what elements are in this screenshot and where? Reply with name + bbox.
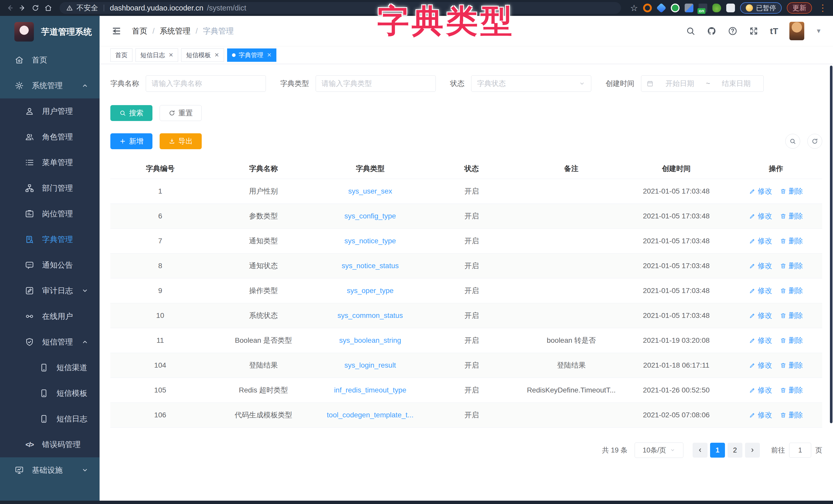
browser-reload-button[interactable] [30, 3, 41, 13]
browser-extension-icon[interactable] [671, 4, 680, 12]
sidebar-item-sms-log[interactable]: 短信日志 [0, 406, 100, 432]
browser-update-button[interactable]: 更新 [787, 2, 812, 14]
table-search-toggle-button[interactable] [785, 134, 800, 149]
sidebar-item-sms[interactable]: 短信管理 [0, 329, 100, 355]
browser-extension-icon[interactable] [712, 4, 721, 12]
delete-link[interactable]: 删除 [780, 236, 803, 246]
edit-link[interactable]: 修改 [749, 360, 772, 370]
reset-button[interactable]: 重置 [160, 105, 202, 121]
dict-type-link[interactable]: sys_login_result [344, 361, 396, 369]
sidebar-item-notice[interactable]: 通知公告 [0, 252, 100, 278]
delete-link[interactable]: 删除 [780, 385, 803, 395]
delete-link[interactable]: 删除 [780, 335, 803, 345]
profile-paused-chip[interactable]: 已暂停 [740, 2, 782, 14]
search-button[interactable]: 搜索 [110, 105, 152, 121]
browser-back-button[interactable] [5, 3, 15, 13]
sidebar-item-error-code[interactable]: </>错误码管理 [0, 432, 100, 457]
add-button[interactable]: 新增 [110, 133, 152, 149]
delete-link[interactable]: 删除 [780, 360, 803, 370]
delete-link[interactable]: 删除 [780, 211, 803, 221]
menu-fold-icon[interactable] [111, 25, 122, 37]
page-number-1[interactable]: 1 [710, 443, 725, 458]
browser-forward-button[interactable] [18, 3, 28, 13]
status-select[interactable]: 字典状态 [471, 75, 591, 92]
sidebar-item-sms-template[interactable]: 短信模板 [0, 380, 100, 406]
page-suffix-label: 页 [815, 446, 822, 455]
edit-link[interactable]: 修改 [749, 410, 772, 420]
delete-link[interactable]: 删除 [780, 186, 803, 196]
breadcrumb-system[interactable]: 系统管理 [160, 26, 190, 36]
sidebar-item-menus[interactable]: 菜单管理 [0, 150, 100, 175]
fullscreen-icon[interactable] [749, 26, 759, 36]
sidebar-item-label: 短信管理 [42, 337, 73, 347]
page-scrollbar[interactable] [830, 66, 832, 423]
extensions-puzzle-icon[interactable] [726, 4, 735, 12]
export-button[interactable]: 导出 [160, 133, 202, 149]
dict-type-link[interactable]: tool_codegen_template_t... [327, 411, 414, 419]
tab-短信模板[interactable]: 短信模板✕ [181, 48, 224, 62]
dict-type-link[interactable]: sys_common_status [337, 311, 403, 320]
chevron-down-icon[interactable]: ▼ [815, 27, 822, 34]
browser-menu-icon[interactable]: ⋮ [817, 3, 828, 12]
sidebar-item-system[interactable]: 系统管理 [0, 73, 100, 98]
edit-link[interactable]: 修改 [749, 286, 772, 296]
sidebar-item-depts[interactable]: 部门管理 [0, 175, 100, 201]
breadcrumb-home[interactable]: 首页 [132, 26, 147, 36]
sidebar-item-home[interactable]: 首页 [0, 47, 100, 73]
date-range-picker[interactable]: 开始日期 ~ 结束日期 [641, 75, 764, 92]
delete-link[interactable]: 删除 [780, 410, 803, 420]
sidebar-item-infra[interactable]: 基础设施 [0, 457, 100, 483]
sidebar-item-audit-log[interactable]: 审计日志 [0, 278, 100, 304]
page-size-select[interactable]: 10条/页 [635, 443, 683, 458]
dict-type-link[interactable]: inf_redis_timeout_type [334, 386, 406, 394]
page-number-2[interactable]: 2 [728, 443, 742, 458]
edit-link[interactable]: 修改 [749, 385, 772, 395]
sidebar-item-sms-channel[interactable]: 短信渠道 [0, 355, 100, 380]
close-icon[interactable]: ✕ [214, 52, 219, 58]
edit-link[interactable]: 修改 [749, 186, 772, 196]
dict-type-link[interactable]: sys_oper_type [347, 286, 394, 295]
delete-link[interactable]: 删除 [780, 286, 803, 296]
help-icon[interactable] [728, 26, 738, 36]
dict-type-input[interactable] [316, 75, 436, 92]
goto-page-input[interactable] [789, 443, 811, 458]
browser-extension-icon[interactable] [643, 4, 652, 12]
sidebar-item-roles[interactable]: 角色管理 [0, 124, 100, 150]
dict-type-link[interactable]: sys_user_sex [348, 187, 392, 195]
table-refresh-button[interactable] [807, 134, 822, 149]
tab-字典管理[interactable]: 字典管理✕ [227, 48, 277, 62]
prev-page-button[interactable] [693, 443, 708, 458]
close-icon[interactable]: ✕ [169, 52, 173, 58]
delete-link[interactable]: 删除 [780, 261, 803, 271]
sidebar-item-posts[interactable]: 岗位管理 [0, 201, 100, 227]
user-avatar[interactable] [789, 22, 804, 40]
browser-extension-icon[interactable] [685, 4, 693, 12]
dict-name-input[interactable] [146, 75, 266, 92]
address-bar[interactable]: 不安全 dashboard.yudao.iocoder.cn/system/di… [60, 2, 621, 14]
dict-type-link[interactable]: sys_notice_status [341, 262, 399, 270]
search-icon[interactable] [686, 26, 695, 36]
browser-home-button[interactable] [43, 3, 53, 13]
edit-link[interactable]: 修改 [749, 335, 772, 345]
sidebar-item-dict[interactable]: 字典管理 [0, 227, 100, 252]
close-icon[interactable]: ✕ [267, 52, 271, 58]
edit-link[interactable]: 修改 [749, 211, 772, 221]
edit-link[interactable]: 修改 [749, 311, 772, 321]
edit-link[interactable]: 修改 [749, 236, 772, 246]
dict-type-link[interactable]: sys_config_type [344, 212, 396, 220]
tab-短信日志[interactable]: 短信日志✕ [136, 48, 178, 62]
bookmark-star-icon[interactable]: ☆ [630, 4, 638, 12]
edit-link[interactable]: 修改 [749, 261, 772, 271]
github-icon[interactable] [707, 26, 716, 36]
font-size-icon[interactable]: tT [770, 26, 778, 36]
next-page-button[interactable] [745, 443, 760, 458]
tab-首页[interactable]: 首页 [110, 48, 133, 62]
sidebar-item-users[interactable]: 用户管理 [0, 98, 100, 124]
dict-type-link[interactable]: sys_notice_type [344, 237, 396, 245]
browser-extension-icon[interactable]: on [698, 4, 707, 12]
browser-extension-icon[interactable] [657, 4, 666, 12]
delete-link[interactable]: 删除 [780, 311, 803, 321]
sidebar-item-online-users[interactable]: 在线用户 [0, 304, 100, 329]
app-logo[interactable]: 芋道管理系统 [0, 16, 100, 47]
dict-type-link[interactable]: sys_boolean_string [339, 336, 401, 344]
